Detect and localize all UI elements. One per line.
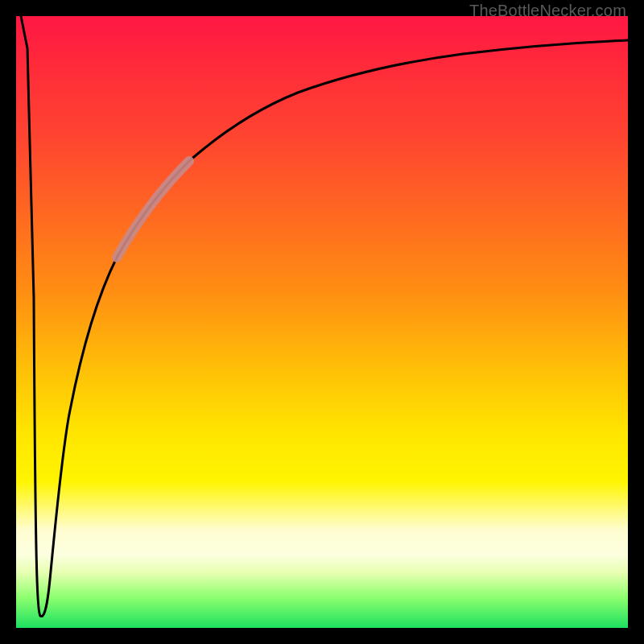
highlight-segment [117,161,189,258]
attribution-label: TheBottleNecker.com [469,2,626,20]
chart-frame: TheBottleNecker.com [0,0,644,644]
curve-layer [16,16,628,628]
bottleneck-curve [21,16,628,617]
